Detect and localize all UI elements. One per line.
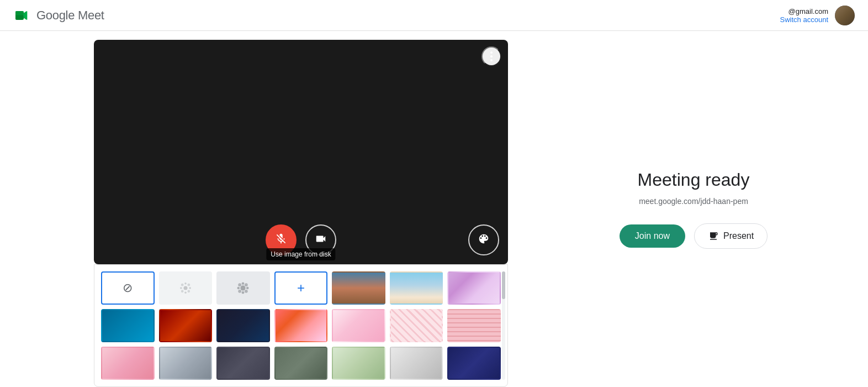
bg-image-6[interactable]: [216, 309, 270, 342]
svg-point-5: [181, 284, 184, 286]
svg-point-10: [184, 291, 187, 294]
effects-button[interactable]: [468, 224, 499, 255]
avatar[interactable]: [835, 6, 855, 25]
bg-blur-light-button[interactable]: [159, 271, 213, 305]
svg-point-16: [239, 290, 242, 293]
blur-light-icon: [178, 280, 193, 296]
account-email: @gmail.com: [780, 7, 828, 15]
svg-point-4: [183, 286, 187, 290]
present-button[interactable]: Present: [694, 223, 768, 249]
bg-image-8[interactable]: [332, 309, 385, 342]
blur-strong-icon: [235, 280, 251, 296]
account-info: @gmail.com Switch account: [780, 7, 828, 24]
bg-image-13[interactable]: [216, 347, 270, 380]
background-selector: Use image from disk ⊘: [94, 264, 508, 387]
svg-point-14: [239, 283, 242, 286]
video-controls: [94, 224, 508, 255]
action-buttons: Join now Present: [620, 223, 768, 249]
avatar-image: [835, 6, 855, 25]
bg-image-11[interactable]: [101, 347, 155, 380]
svg-point-18: [242, 283, 245, 285]
svg-point-9: [184, 283, 187, 284]
camera-button[interactable]: [305, 224, 336, 255]
svg-point-21: [246, 287, 249, 290]
effects-icon: [478, 233, 490, 247]
header-left: Google Meet: [13, 7, 104, 24]
header: Google Meet @gmail.com Switch account: [0, 0, 868, 31]
bg-none-button[interactable]: ⊘: [101, 271, 155, 305]
right-panel: Meeting ready meet.google.com/jdd-haan-p…: [519, 31, 868, 387]
mic-off-icon: [275, 233, 287, 248]
microphone-button[interactable]: [266, 224, 297, 255]
main-content: Use image from disk ⊘: [0, 31, 868, 387]
svg-point-8: [187, 290, 190, 293]
bg-image-3[interactable]: [447, 271, 501, 305]
svg-point-15: [245, 283, 248, 286]
bg-image-4[interactable]: [101, 309, 155, 342]
bg-image-15[interactable]: [332, 347, 385, 380]
svg-point-19: [242, 291, 245, 294]
svg-point-11: [180, 287, 182, 289]
bg-image-17[interactable]: [447, 347, 501, 380]
svg-point-6: [187, 284, 190, 286]
video-more-options-button[interactable]: [481, 46, 501, 66]
bg-image-2[interactable]: [390, 271, 443, 305]
bg-blur-strong-button[interactable]: [216, 271, 270, 305]
camera-icon: [315, 233, 327, 248]
bg-image-7[interactable]: [274, 309, 328, 342]
svg-point-17: [245, 290, 248, 293]
present-label: Present: [723, 231, 754, 241]
svg-point-20: [237, 287, 240, 290]
bg-image-10[interactable]: [447, 309, 501, 342]
scrollbar-track: [502, 271, 505, 380]
header-right: @gmail.com Switch account: [780, 6, 855, 25]
bg-image-5[interactable]: [159, 309, 213, 342]
add-new-icon: +: [297, 280, 305, 296]
meeting-url: meet.google.com/jdd-haan-pem: [639, 197, 748, 206]
bg-grid-row3: [101, 347, 501, 380]
svg-point-12: [189, 287, 191, 289]
bg-image-1[interactable]: [332, 271, 385, 305]
bg-grid-row1: ⊘: [101, 271, 501, 305]
left-panel: Use image from disk ⊘: [0, 31, 519, 387]
bg-grid-row2: [101, 309, 501, 342]
video-preview: [94, 40, 508, 264]
join-now-button[interactable]: Join now: [620, 224, 685, 248]
meeting-ready-title: Meeting ready: [638, 170, 750, 190]
svg-rect-3: [15, 11, 24, 15]
switch-account-link[interactable]: Switch account: [780, 15, 828, 24]
bg-image-12[interactable]: [159, 347, 213, 380]
svg-point-7: [181, 290, 184, 293]
bg-upload-button[interactable]: +: [274, 271, 328, 305]
app-title: Google Meet: [36, 8, 104, 23]
bg-image-9[interactable]: [390, 309, 443, 342]
svg-point-13: [241, 285, 246, 290]
present-icon: [708, 231, 719, 242]
scrollbar-thumb[interactable]: [502, 271, 505, 299]
bg-image-16[interactable]: [390, 347, 443, 380]
google-meet-logo-icon: [13, 7, 31, 24]
three-dots-icon: [490, 51, 493, 61]
bg-image-14[interactable]: [274, 347, 328, 380]
no-effect-icon: ⊘: [123, 281, 133, 295]
